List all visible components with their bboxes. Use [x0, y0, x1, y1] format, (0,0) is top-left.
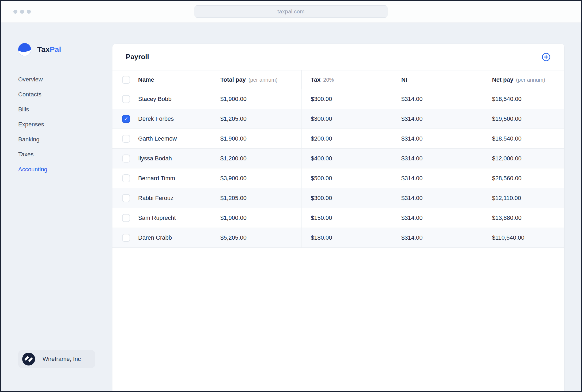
row-checkbox[interactable]	[122, 174, 130, 182]
employee-name: Stacey Bobb	[138, 96, 172, 103]
cell-ni: $314.00	[392, 188, 483, 208]
cell-total-pay: $1,205.00	[211, 188, 301, 208]
employee-name: Rabbi Ferouz	[138, 195, 173, 202]
row-checkbox[interactable]	[122, 95, 130, 103]
employee-name: Sam Ruprecht	[138, 214, 176, 221]
cell-tax: $300.00	[301, 109, 392, 129]
tax-value: $500.00	[311, 175, 332, 182]
cell-total-pay: $3,900.00	[211, 168, 301, 188]
tax-value: $180.00	[311, 234, 332, 241]
sidebar-item-bills[interactable]: Bills	[18, 102, 112, 117]
cell-total-pay: $1,900.00	[211, 208, 301, 228]
employee-name: Bernard Timm	[138, 175, 175, 182]
employee-name: Ilyssa Bodah	[138, 155, 172, 162]
total-pay-value: $1,900.00	[220, 214, 247, 221]
net-pay-value: $18,540.00	[492, 96, 521, 103]
row-checkbox[interactable]	[122, 234, 130, 242]
tax-value: $300.00	[311, 115, 332, 122]
employee-name: Daren Crabb	[138, 234, 172, 241]
tax-value: $150.00	[311, 214, 332, 221]
cell-ni: $314.00	[392, 228, 483, 247]
table-row: Daren Crabb $5,205.00 $180.00 $314.00 $1…	[112, 228, 564, 248]
table-row: Stacey Bobb $1,900.00 $300.00 $314.00 $1…	[112, 89, 564, 109]
column-label: Total pay	[220, 76, 246, 83]
column-label: Tax	[311, 76, 320, 83]
column-label: NI	[401, 76, 407, 83]
cell-net-pay: $18,540.00	[483, 89, 564, 109]
header-cell-total-pay: Total pay(per annum)	[211, 70, 301, 89]
header-cell-name: Name	[112, 70, 211, 89]
net-pay-value: $28,560.00	[492, 175, 521, 182]
sidebar-item-accounting[interactable]: Accounting	[18, 162, 112, 177]
column-sublabel: (per annum)	[248, 77, 278, 83]
total-pay-value: $1,205.00	[220, 195, 247, 202]
net-pay-value: $18,540.00	[492, 135, 521, 142]
sidebar-item-banking[interactable]: Banking	[18, 132, 112, 147]
table-row: Derek Forbes $1,205.00 $300.00 $314.00 $…	[112, 109, 564, 129]
payroll-card: Payroll Name	[112, 44, 564, 391]
page-title: Payroll	[126, 53, 149, 61]
payroll-table-body: Stacey Bobb $1,900.00 $300.00 $314.00 $1…	[112, 89, 564, 248]
row-checkbox[interactable]	[122, 214, 130, 222]
cell-name: Ilyssa Bodah	[112, 149, 211, 168]
row-checkbox[interactable]	[122, 135, 130, 143]
cell-name: Rabbi Ferouz	[112, 188, 211, 208]
column-label: Name	[138, 76, 154, 83]
row-checkbox[interactable]	[122, 194, 130, 202]
sidebar-item-expenses[interactable]: Expenses	[18, 117, 112, 132]
ni-value: $314.00	[401, 115, 423, 122]
sidebar-item-overview[interactable]: Overview	[18, 72, 112, 87]
brand-name-secondary: Pal	[50, 45, 61, 54]
brand-name: TaxPal	[37, 45, 61, 54]
payroll-table: Name Total pay(per annum) Tax20% NI Net	[112, 70, 564, 248]
payroll-card-header: Payroll	[112, 44, 564, 70]
header-cell-ni: NI	[392, 70, 483, 89]
url-text: taxpal.com	[277, 8, 305, 15]
cell-net-pay: $12,110.00	[483, 188, 564, 208]
org-badge[interactable]: Wireframe, Inc	[18, 350, 95, 368]
cell-tax: $400.00	[301, 149, 392, 168]
cell-ni: $314.00	[392, 149, 483, 168]
total-pay-value: $1,900.00	[220, 135, 247, 142]
cell-net-pay: $19,500.00	[483, 109, 564, 129]
employee-name: Derek Forbes	[138, 115, 174, 122]
header-cell-tax: Tax20%	[301, 70, 392, 89]
column-sublabel: (per annum)	[516, 77, 545, 83]
ni-value: $314.00	[401, 214, 423, 221]
net-pay-value: $19,500.00	[492, 115, 521, 122]
ni-value: $314.00	[401, 175, 423, 182]
window-dot	[27, 10, 31, 14]
tax-value: $400.00	[311, 155, 332, 162]
cell-net-pay: $12,000.00	[483, 149, 564, 168]
app-window: taxpal.com TaxPal Overview Contac	[0, 0, 582, 392]
cell-net-pay: $18,540.00	[483, 129, 564, 148]
wireframe-logo-icon	[22, 353, 35, 365]
tax-value: $200.00	[311, 135, 332, 142]
row-checkbox[interactable]	[122, 115, 130, 123]
cell-tax: $300.00	[301, 89, 392, 109]
tax-value: $300.00	[311, 96, 332, 103]
sidebar-item-taxes[interactable]: Taxes	[18, 147, 112, 162]
cell-total-pay: $1,900.00	[211, 89, 301, 109]
row-checkbox[interactable]	[122, 154, 130, 163]
table-row: Rabbi Ferouz $1,205.00 $300.00 $314.00 $…	[112, 188, 564, 208]
cell-tax: $150.00	[301, 208, 392, 228]
add-payroll-button[interactable]	[541, 52, 551, 62]
total-pay-value: $1,205.00	[220, 115, 247, 122]
cell-ni: $314.00	[392, 208, 483, 228]
cell-ni: $314.00	[392, 109, 483, 129]
cell-name: Sam Ruprecht	[112, 208, 211, 228]
sidebar-nav: Overview Contacts Bills Expenses Banking…	[18, 72, 112, 177]
column-label: Net pay	[492, 76, 513, 83]
sidebar-item-contacts[interactable]: Contacts	[18, 87, 112, 102]
net-pay-value: $13,880.00	[492, 214, 521, 221]
cell-net-pay: $13,880.00	[483, 208, 564, 228]
table-row: Sam Ruprecht $1,900.00 $150.00 $314.00 $…	[112, 208, 564, 228]
cell-total-pay: $1,900.00	[211, 129, 301, 148]
table-row: Ilyssa Bodah $1,200.00 $400.00 $314.00 $…	[112, 149, 564, 168]
url-bar[interactable]: taxpal.com	[195, 5, 388, 18]
taxpal-logo-icon	[18, 43, 31, 56]
sidebar: TaxPal Overview Contacts Bills Expenses …	[1, 23, 112, 391]
select-all-checkbox[interactable]	[122, 76, 130, 84]
cell-tax: $300.00	[301, 188, 392, 208]
